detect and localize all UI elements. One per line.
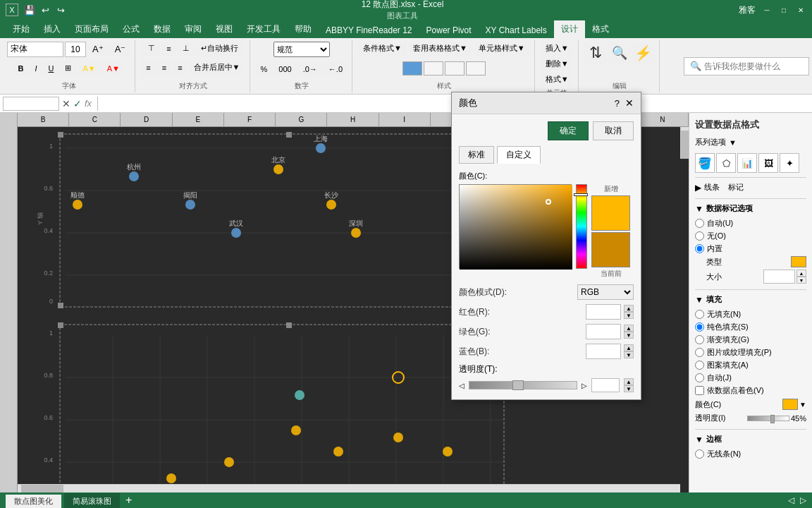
- decimal-inc[interactable]: .0→: [298, 62, 322, 76]
- fill-color-btn[interactable]: A▼: [78, 61, 100, 75]
- add-sheet-btn[interactable]: +: [125, 494, 132, 507]
- search-input[interactable]: [704, 61, 803, 71]
- fill-gradient-radio[interactable]: [695, 335, 704, 344]
- sheet-tab-ball[interactable]: 简易滚珠图: [64, 493, 120, 508]
- number-format-select[interactable]: 规范: [273, 42, 330, 57]
- find-btn[interactable]: 🔍: [608, 42, 631, 64]
- font-color-btn[interactable]: A▼: [102, 61, 125, 75]
- cond-format[interactable]: 条件格式▼: [358, 42, 407, 56]
- fill-bucket-icon[interactable]: 🪣: [695, 153, 715, 173]
- insert-btn[interactable]: 插入▼: [541, 42, 574, 56]
- bold-btn[interactable]: B: [13, 61, 28, 75]
- trans-track[interactable]: [469, 381, 577, 389]
- dialog-close-btn[interactable]: ✕: [625, 97, 634, 109]
- tab-home[interactable]: 开始: [6, 20, 37, 38]
- fill-pattern-radio[interactable]: [695, 361, 704, 370]
- font-name-input[interactable]: [7, 42, 63, 57]
- green-down[interactable]: ▼: [624, 332, 634, 339]
- marker-builtin-radio[interactable]: [695, 244, 704, 253]
- table-format[interactable]: 套用表格格式▼: [408, 42, 472, 56]
- tab-design[interactable]: 设计: [554, 20, 585, 38]
- fill-toggle[interactable]: ▼ 填充: [695, 294, 806, 305]
- marker-options-toggle[interactable]: ▼ 数据标记选项: [695, 203, 806, 214]
- bar-chart-icon[interactable]: 📊: [737, 153, 757, 173]
- image-icon[interactable]: 🖼: [758, 153, 778, 173]
- trans-percent-input[interactable]: 45 %: [591, 378, 620, 392]
- close-btn[interactable]: ✕: [795, 4, 806, 16]
- trans-arrow-left[interactable]: ◁: [459, 382, 465, 389]
- tab-help[interactable]: 帮助: [288, 20, 319, 38]
- green-input[interactable]: 219: [586, 324, 621, 339]
- red-up[interactable]: ▲: [624, 305, 634, 312]
- trans-thumb[interactable]: [512, 380, 524, 390]
- dialog-tab-standard[interactable]: 标准: [459, 146, 494, 164]
- transparency-thumb[interactable]: [770, 415, 775, 423]
- tab-develop[interactable]: 开发工具: [240, 20, 288, 38]
- marker-type-swatch[interactable]: [791, 256, 806, 267]
- green-up[interactable]: ▲: [624, 325, 634, 332]
- tab-xy[interactable]: XY Chart Labels: [479, 23, 554, 38]
- sheet-tab-scatter[interactable]: 散点图美化: [6, 493, 61, 508]
- red-input[interactable]: 255: [586, 304, 621, 320]
- create-btn[interactable]: ⚡: [632, 42, 655, 64]
- font-grow[interactable]: A⁺: [87, 42, 109, 56]
- percent-btn[interactable]: %: [256, 62, 273, 76]
- tab-insert[interactable]: 插入: [37, 20, 68, 38]
- status-scroll-right[interactable]: ▷: [800, 495, 806, 505]
- dialog-cancel-btn[interactable]: 取消: [593, 121, 634, 140]
- align-mid[interactable]: ≡: [161, 42, 176, 56]
- hue-bar[interactable]: [576, 184, 587, 269]
- tab-data[interactable]: 数据: [147, 20, 178, 38]
- comma-btn[interactable]: 000: [273, 62, 296, 76]
- minimize-btn[interactable]: ─: [761, 4, 773, 16]
- border-toggle[interactable]: ▼ 边框: [695, 434, 806, 445]
- fill-color-swatch[interactable]: [782, 399, 798, 410]
- delete-btn[interactable]: 删除▼: [541, 57, 574, 71]
- tab-abbyy[interactable]: ABBYY FineReader 12: [319, 23, 419, 38]
- size-down-btn[interactable]: ▼: [796, 277, 806, 284]
- blue-down[interactable]: ▼: [624, 351, 634, 358]
- dialog-tab-custom[interactable]: 自定义: [497, 146, 541, 164]
- format-btn[interactable]: 格式▼: [541, 73, 574, 87]
- align-bot[interactable]: ⊥: [178, 42, 195, 56]
- fill-color-dropdown[interactable]: ▼: [799, 401, 806, 409]
- trans-down[interactable]: ▼: [624, 385, 634, 392]
- transparency-slider[interactable]: [747, 416, 789, 421]
- name-box[interactable]: [3, 97, 59, 111]
- dialog-confirm-btn[interactable]: 确定: [548, 121, 589, 140]
- line-marker-toggle[interactable]: ▶ 线条 标记: [695, 182, 806, 193]
- color-model-select[interactable]: RGB HSL: [577, 284, 634, 300]
- quick-redo[interactable]: ↪: [55, 4, 66, 16]
- decimal-dec[interactable]: ←.0: [324, 62, 347, 76]
- align-left[interactable]: ≡: [141, 61, 155, 75]
- merge-cells[interactable]: 合并后居中▼: [189, 61, 245, 75]
- marker-size-input[interactable]: 9: [763, 270, 795, 284]
- hue-slider[interactable]: [574, 193, 588, 196]
- fill-picture-radio[interactable]: [695, 348, 704, 357]
- pentagon-icon[interactable]: ⬠: [716, 153, 736, 173]
- font-shrink[interactable]: A⁻: [110, 42, 131, 56]
- align-right[interactable]: ≡: [173, 61, 187, 75]
- quick-undo[interactable]: ↩: [39, 4, 51, 16]
- color-spectrum[interactable]: [459, 184, 572, 269]
- marker-none-radio[interactable]: [695, 231, 704, 241]
- cancel-formula[interactable]: ✕: [62, 98, 70, 109]
- dialog-help-btn[interactable]: ?: [615, 98, 620, 109]
- align-top[interactable]: ⊤: [143, 42, 160, 56]
- quick-save[interactable]: 💾: [24, 4, 35, 16]
- series-dropdown-icon[interactable]: ▼: [729, 138, 737, 147]
- effects-icon[interactable]: ✦: [780, 153, 799, 173]
- blue-up[interactable]: ▲: [624, 344, 634, 351]
- trans-up[interactable]: ▲: [624, 378, 634, 385]
- fill-auto-radio[interactable]: [695, 373, 704, 382]
- tab-review[interactable]: 审阅: [178, 20, 209, 38]
- tab-view[interactable]: 视图: [209, 20, 240, 38]
- confirm-formula[interactable]: ✓: [73, 98, 82, 109]
- border-none-radio[interactable]: [695, 449, 704, 459]
- fill-follow-check[interactable]: [695, 386, 704, 395]
- status-scroll-left[interactable]: ◁: [788, 495, 794, 505]
- scrollbar-thumb-h[interactable]: [21, 485, 63, 492]
- align-center[interactable]: ≡: [157, 61, 171, 75]
- sort-filter-btn[interactable]: ⇅: [584, 42, 607, 64]
- fill-solid-radio[interactable]: [695, 322, 704, 332]
